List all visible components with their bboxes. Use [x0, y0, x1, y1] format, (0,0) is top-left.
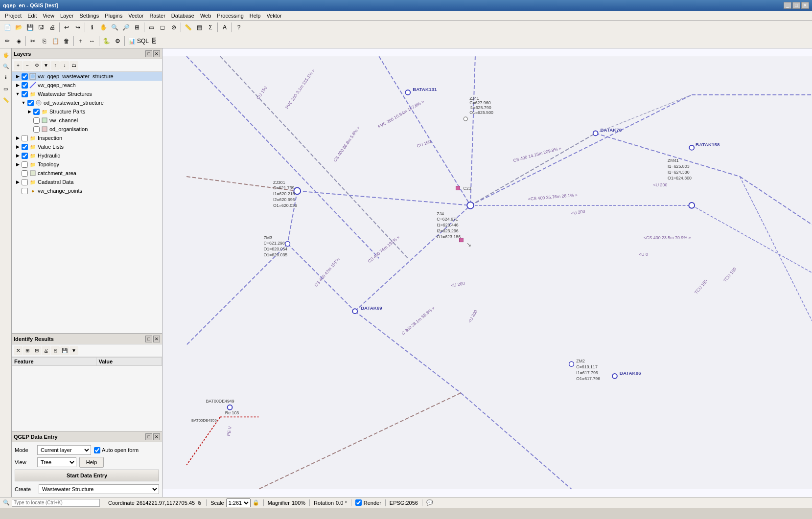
- copy-button[interactable]: ⎘: [39, 36, 49, 46]
- menu-web[interactable]: Web: [197, 12, 214, 19]
- menu-raster[interactable]: Raster: [146, 12, 168, 19]
- menu-vector[interactable]: Vector: [125, 12, 146, 19]
- layer-checkbox-channel[interactable]: [33, 117, 40, 124]
- layer-arrow-reach[interactable]: ▶: [15, 82, 21, 88]
- identify-panel-controls[interactable]: □ ✕: [145, 336, 160, 342]
- render-item[interactable]: Render: [355, 499, 381, 506]
- layer-down-button[interactable]: ↓: [60, 61, 69, 70]
- layer-arrow-od[interactable]: ▼: [21, 100, 26, 106]
- layer-vw-change-points[interactable]: ▶ ● vw_change_points: [12, 186, 162, 195]
- delete-button[interactable]: 🗑: [61, 36, 72, 46]
- maximize-button[interactable]: □: [792, 2, 800, 9]
- identify-float-button[interactable]: □: [145, 336, 152, 342]
- render-checkbox[interactable]: [355, 499, 362, 506]
- scale-item[interactable]: Scale 1:261 🔒: [210, 498, 259, 507]
- toolstrip-identify[interactable]: ℹ: [0, 72, 11, 83]
- menu-vektor[interactable]: Vektor: [263, 12, 284, 19]
- label-button[interactable]: A: [219, 22, 230, 33]
- search-area[interactable]: 🔍: [3, 499, 100, 507]
- layer-od-wastewater-structure[interactable]: ▼ od_wastewater_structure: [12, 98, 162, 107]
- identify-copy-button[interactable]: ⎘: [51, 346, 60, 355]
- data-entry-float-button[interactable]: □: [145, 433, 152, 440]
- data-entry-controls[interactable]: □ ✕: [145, 433, 160, 440]
- group-arrow-ws[interactable]: ▼: [15, 91, 21, 97]
- message-log-item[interactable]: 💬: [426, 499, 433, 506]
- select-button[interactable]: ▭: [146, 22, 157, 33]
- group-checkbox-insp[interactable]: [22, 135, 28, 141]
- identify-more-button[interactable]: ▼: [70, 346, 78, 355]
- identify-print-button[interactable]: 🖨: [42, 346, 50, 355]
- identify-save-button[interactable]: 💾: [60, 346, 69, 355]
- layer-checkbox-ca[interactable]: [22, 170, 28, 177]
- group-checkbox-cd[interactable]: [22, 179, 28, 185]
- layer-arrow[interactable]: ▶: [15, 73, 21, 79]
- print-button[interactable]: 🖨: [47, 22, 58, 33]
- identify-collapse-button[interactable]: ⊟: [32, 346, 41, 355]
- open-button[interactable]: 📂: [13, 22, 24, 33]
- paste-button[interactable]: 📋: [50, 36, 61, 46]
- menu-project[interactable]: Project: [2, 12, 24, 19]
- layer-checkbox-vw-qqep[interactable]: [22, 73, 28, 80]
- close-button[interactable]: ✕: [801, 2, 809, 9]
- group-arrow-vl[interactable]: ▶: [15, 144, 21, 150]
- menu-settings[interactable]: Settings: [76, 12, 102, 19]
- layers-float-button[interactable]: □: [145, 50, 152, 57]
- create-select[interactable]: Wastewater Structure Reach Special Struc…: [39, 484, 159, 494]
- layer-od-organisation[interactable]: ▶ od_organisation: [12, 125, 162, 134]
- help-button-data-entry[interactable]: Help: [79, 457, 104, 468]
- layer-vw-qqep-wastewater-structure[interactable]: ▶ vw_qqep_wastewater_structure: [12, 72, 162, 81]
- group-topology[interactable]: ▶ 📁 Topology: [12, 160, 162, 169]
- window-controls[interactable]: _ □ ✕: [784, 2, 809, 9]
- node-tool-button[interactable]: ◈: [13, 36, 24, 46]
- layer-filter-button[interactable]: ▼: [42, 61, 50, 70]
- group-checkbox-topo[interactable]: [22, 161, 28, 168]
- group-arrow-cd[interactable]: ▶: [15, 179, 21, 185]
- group-checkbox-vl[interactable]: [22, 144, 28, 150]
- layers-panel-controls[interactable]: □ ✕: [145, 50, 160, 57]
- group-checkbox-ws[interactable]: [22, 91, 28, 97]
- layer-checkbox-od[interactable]: [27, 100, 34, 106]
- toolstrip-pan[interactable]: 🖐: [0, 49, 11, 60]
- menu-database[interactable]: Database: [168, 12, 197, 19]
- group-arrow-topo[interactable]: ▶: [15, 161, 21, 167]
- db-button[interactable]: 🗄: [149, 36, 160, 46]
- menu-edit[interactable]: Edit: [24, 12, 40, 19]
- layer-up-button[interactable]: ↑: [51, 61, 60, 70]
- group-inspection[interactable]: ▶ 📁 Inspection: [12, 134, 162, 142]
- processing-button[interactable]: ⚙: [112, 36, 123, 46]
- group-checkbox-sp[interactable]: [33, 109, 40, 115]
- toolstrip-measure[interactable]: 📏: [0, 94, 11, 105]
- group-value-lists[interactable]: ▶ 📁 Value Lists: [12, 142, 162, 151]
- new-project-button[interactable]: 📄: [2, 22, 13, 33]
- data-entry-close-button[interactable]: ✕: [153, 433, 160, 440]
- help-button[interactable]: ?: [233, 22, 244, 33]
- scale-select[interactable]: 1:261: [226, 498, 251, 507]
- attribute-table-button[interactable]: ▤: [194, 22, 205, 33]
- menu-processing[interactable]: Processing: [214, 12, 246, 19]
- layer-checkbox-org[interactable]: [33, 126, 40, 133]
- layers-close-button[interactable]: ✕: [153, 50, 160, 57]
- redo-button[interactable]: ↪: [72, 22, 83, 33]
- identify-button[interactable]: ℹ: [87, 22, 97, 33]
- group-hydraulic[interactable]: ▶ 📁 Hydraulic: [12, 151, 162, 160]
- zoom-in-button[interactable]: 🔍: [109, 22, 120, 33]
- epsg-item[interactable]: EPSG:2056: [390, 500, 418, 506]
- identify-clear-button[interactable]: ✕: [14, 346, 23, 355]
- add-feature-button[interactable]: +: [75, 36, 86, 46]
- sql-button[interactable]: SQL: [138, 36, 148, 46]
- menu-plugins[interactable]: Plugins: [102, 12, 125, 19]
- chart-button[interactable]: 📊: [126, 36, 137, 46]
- layer-checkbox-cp[interactable]: [22, 188, 28, 194]
- menu-help[interactable]: Help: [247, 12, 264, 19]
- layer-vw-qqep-reach[interactable]: ▶ vw_qqep_reach: [12, 81, 162, 90]
- measure-button[interactable]: 📏: [183, 22, 193, 33]
- minimize-button[interactable]: _: [784, 2, 791, 9]
- layer-properties-button[interactable]: ⚙: [32, 61, 41, 70]
- toolstrip-select[interactable]: ▭: [0, 83, 11, 94]
- group-checkbox-hyd[interactable]: [22, 153, 28, 159]
- menu-layer[interactable]: Layer: [57, 12, 77, 19]
- statistics-button[interactable]: Σ: [205, 22, 216, 33]
- python-button[interactable]: 🐍: [101, 36, 112, 46]
- layer-checkbox-reach[interactable]: [22, 82, 28, 89]
- add-layer-button[interactable]: +: [14, 61, 23, 70]
